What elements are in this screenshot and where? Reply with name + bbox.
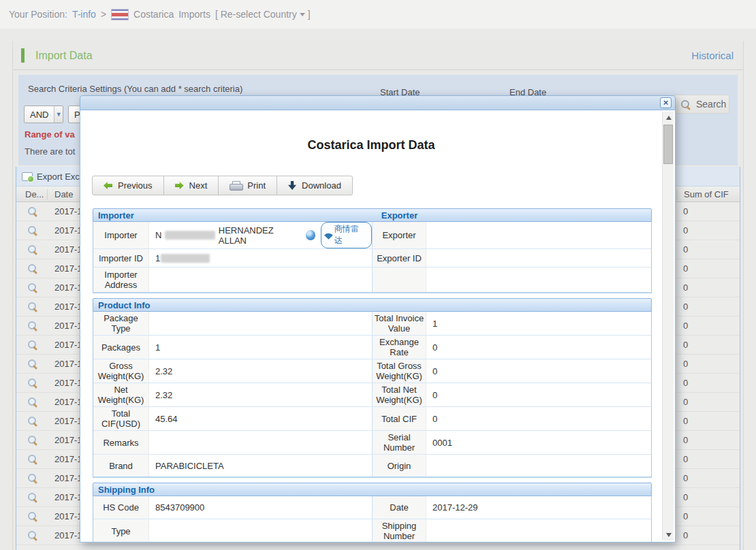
shipping-info-label: Shipping Info	[98, 483, 155, 496]
field-value	[426, 268, 651, 292]
details-cell	[16, 378, 48, 388]
column-header-sum-of-cif[interactable]: Sum of CIF	[676, 189, 740, 199]
breadcrumb-link-tinfo[interactable]: T-info	[72, 9, 96, 20]
dialog-titlebar[interactable]: ×	[80, 95, 676, 110]
field-label: Brand	[93, 455, 149, 476]
breadcrumb-country: Costarica	[133, 9, 174, 20]
results-total-text: There are tot	[25, 146, 75, 157]
product-info-section: Product Info Package Type Total Invoice …	[93, 298, 652, 478]
details-magnifier-icon[interactable]	[27, 378, 37, 388]
detail-row: Total CIF(USD) 45.64 Total CIF 0	[93, 407, 651, 431]
logic-operator-select[interactable]: AND ▼	[24, 106, 63, 123]
details-magnifier-icon[interactable]	[27, 359, 37, 369]
field-value: 45.64	[149, 407, 372, 430]
field-value: 2017-12-29	[426, 496, 651, 519]
scroll-down-icon[interactable]	[663, 529, 674, 540]
scroll-up-icon[interactable]	[663, 112, 674, 123]
field-value: 0	[426, 359, 651, 383]
dialog-toolbar: Previous Next Print Download	[92, 176, 353, 195]
column-header-details[interactable]: De...	[16, 189, 48, 199]
globe-icon[interactable]	[306, 230, 316, 240]
import-detail-dialog: × Costarica Import Data Previous Next Pr…	[80, 95, 676, 543]
sum-of-cif-cell: 0	[676, 282, 740, 293]
details-cell	[16, 435, 48, 445]
details-magnifier-icon[interactable]	[27, 302, 37, 312]
product-info-label: Product Info	[98, 299, 151, 311]
section-accent-bar	[21, 48, 25, 63]
field-label: Packages	[93, 336, 149, 359]
details-magnifier-icon[interactable]	[27, 435, 37, 445]
details-magnifier-icon[interactable]	[27, 511, 37, 521]
sum-of-cif-cell: 0	[676, 206, 740, 216]
details-cell	[16, 511, 48, 521]
field-value: 2.32	[149, 383, 372, 406]
importer-name-prefix: N	[155, 230, 161, 240]
export-excel-button[interactable]: Export Exc	[22, 172, 80, 182]
details-cell	[16, 206, 48, 216]
field-label: Net Weight(KG)	[93, 383, 149, 406]
details-magnifier-icon[interactable]	[27, 282, 37, 293]
detail-row: Importer ID 1 Exporter ID	[93, 249, 651, 268]
field-value	[426, 519, 651, 542]
field-label	[372, 268, 426, 292]
field-label: Remarks	[93, 431, 149, 454]
breadcrumb: Your Position: T-info > Costarica Import…	[0, 0, 756, 29]
sum-of-cif-cell: 0	[676, 492, 740, 502]
export-excel-icon	[22, 172, 33, 181]
shipping-info-header: Shipping Info	[93, 483, 652, 496]
details-magnifier-icon[interactable]	[27, 416, 37, 426]
sum-of-cif-cell: 0	[676, 511, 740, 521]
print-button[interactable]: Print	[218, 176, 277, 195]
download-label: Download	[302, 180, 341, 191]
field-label: Importer Address	[93, 268, 149, 292]
field-value	[149, 312, 372, 335]
sum-of-cif-cell: 0	[676, 416, 740, 426]
field-label: Package Type	[93, 312, 149, 335]
detail-row: Packages 1 Exchange Rate 0	[93, 336, 651, 359]
details-magnifier-icon[interactable]	[27, 340, 37, 350]
field-label: Total CIF	[372, 407, 426, 430]
download-button[interactable]: Download	[277, 176, 353, 195]
dialog-scrollbar[interactable]	[662, 112, 674, 540]
details-magnifier-icon[interactable]	[27, 397, 37, 407]
field-value: 1	[149, 336, 372, 359]
reselect-country-link[interactable]: [ Re-select Country ]	[215, 9, 311, 20]
details-magnifier-icon[interactable]	[27, 530, 37, 540]
range-warning-text: Range of va	[25, 129, 75, 140]
details-cell	[16, 263, 48, 274]
criteria-settings-label: Search Criteria Settings (You can add * …	[28, 84, 242, 94]
arrow-left-icon	[104, 182, 112, 189]
details-magnifier-icon[interactable]	[27, 454, 37, 464]
costa-rica-flag-icon	[111, 9, 129, 20]
business-radar-badge[interactable]: 商情雷达	[321, 222, 372, 248]
dialog-title: Costarica Import Data	[80, 138, 662, 152]
details-magnifier-icon[interactable]	[27, 225, 37, 236]
close-icon[interactable]: ×	[660, 97, 672, 108]
details-cell	[16, 359, 48, 369]
previous-button[interactable]: Previous	[92, 176, 164, 195]
field-label: HS Code	[93, 496, 149, 519]
details-cell	[16, 454, 48, 464]
arrow-right-icon	[175, 182, 184, 189]
export-excel-label: Export Exc	[37, 172, 80, 182]
details-magnifier-icon[interactable]	[27, 473, 37, 483]
scrollbar-thumb[interactable]	[663, 125, 673, 164]
details-cell	[16, 530, 48, 540]
details-magnifier-icon[interactable]	[27, 321, 37, 331]
details-magnifier-icon[interactable]	[27, 263, 37, 274]
details-magnifier-icon[interactable]	[27, 492, 37, 502]
detail-row: Package Type Total Invoice Value 1	[93, 312, 651, 336]
details-magnifier-icon[interactable]	[27, 244, 37, 255]
field-label: Gross Weight(KG)	[93, 359, 149, 383]
sum-of-cif-cell: 0	[676, 530, 740, 540]
details-magnifier-icon[interactable]	[27, 206, 37, 216]
search-button[interactable]: Search	[674, 95, 729, 114]
field-value	[149, 431, 372, 454]
historical-link[interactable]: Historical	[691, 50, 734, 61]
detail-row: Brand PARABICICLETA Origin	[93, 455, 651, 476]
field-label: Serial Number	[372, 431, 426, 454]
field-label: Importer	[93, 222, 149, 248]
next-button[interactable]: Next	[163, 176, 219, 195]
table-row[interactable]: 2017-1 0	[16, 545, 740, 550]
panel-header: Import Data Historical	[13, 41, 743, 70]
